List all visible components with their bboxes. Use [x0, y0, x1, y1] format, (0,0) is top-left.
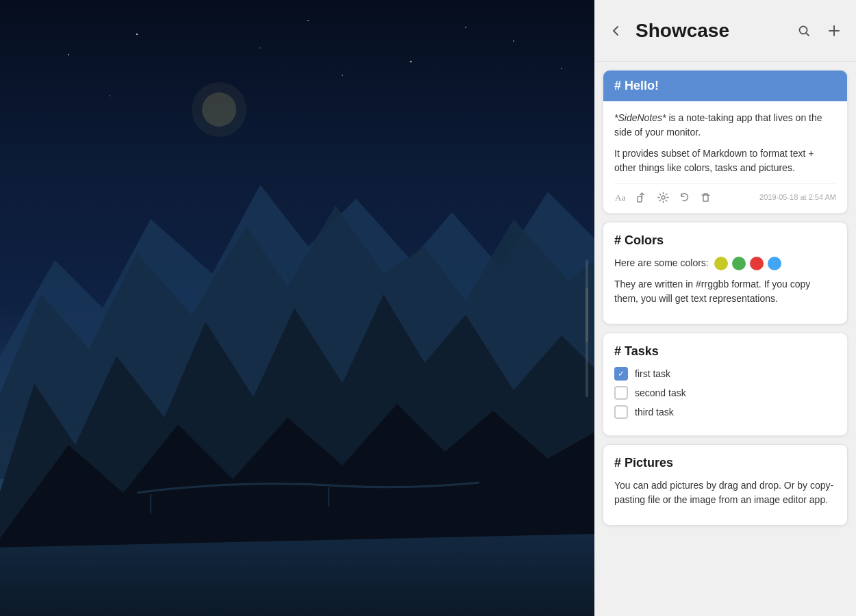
task-item-1: ✓ first task [614, 367, 836, 381]
task-label-2: second task [635, 387, 686, 398]
hello-note-heading: # Hello! [614, 79, 836, 93]
color-dots [714, 257, 781, 270]
hello-note-timestamp: 2019-05-18 at 2:54 AM [759, 193, 836, 201]
hello-note-footer: Aa [614, 183, 836, 203]
svg-point-11 [561, 68, 562, 69]
svg-point-7 [513, 40, 514, 42]
task-checkbox-1[interactable]: ✓ [614, 367, 628, 381]
svg-point-2 [192, 82, 247, 137]
task-checkbox-2[interactable] [614, 386, 628, 400]
color-dot-blue [768, 257, 781, 270]
color-dot-red [750, 257, 764, 270]
search-button[interactable] [793, 20, 815, 42]
task-item-3: third task [614, 405, 836, 419]
hello-note-line1: *SideNotes* is a note-taking app that li… [614, 111, 836, 140]
hello-note-actions: Aa [614, 191, 712, 203]
undo-icon[interactable] [679, 192, 690, 203]
colors-note-heading: # Colors [614, 233, 836, 248]
color-dot-green [732, 257, 746, 270]
font-size-icon[interactable]: Aa [614, 191, 627, 203]
add-note-button[interactable] [823, 20, 845, 42]
hello-note-line2: It provides subset of Markdown to format… [614, 146, 836, 175]
sidebar-panel: Showcase # Hello! *SideNotes* is a note-… [594, 0, 856, 616]
note-colors: # Colors Here are some colors: They are … [603, 222, 848, 324]
task-label-3: third task [635, 407, 674, 418]
share-icon[interactable] [636, 192, 648, 203]
colors-note-line2: They are written in #rrggbb format. If y… [614, 277, 836, 306]
page-title: Showcase [635, 20, 785, 42]
svg-point-12 [260, 47, 260, 48]
task-label-1: first task [635, 368, 670, 379]
settings-icon[interactable] [657, 192, 669, 203]
svg-rect-14 [586, 287, 588, 342]
hello-note-header: # Hello! [603, 70, 847, 101]
note-tasks: # Tasks ✓ first task second task third t… [603, 333, 848, 436]
svg-point-6 [410, 61, 412, 63]
svg-point-10 [465, 27, 466, 28]
svg-rect-17 [638, 196, 642, 202]
note-hello: # Hello! *SideNotes* is a note-taking ap… [603, 70, 848, 214]
tasks-note-heading: # Tasks [614, 344, 836, 359]
notes-container: # Hello! *SideNotes* is a note-taking ap… [594, 62, 856, 616]
svg-point-8 [109, 95, 110, 97]
note-pictures: # Pictures You can add pictures by drag … [603, 444, 848, 526]
pictures-note-body: You can add pictures by drag and drop. O… [614, 478, 836, 507]
color-dot-yellow [714, 257, 728, 270]
svg-point-9 [342, 75, 343, 76]
svg-point-18 [662, 196, 665, 199]
task-item-2: second task [614, 386, 836, 400]
svg-point-3 [68, 54, 69, 55]
pictures-note-heading: # Pictures [614, 456, 836, 470]
hello-note-body: *SideNotes* is a note-taking app that li… [603, 101, 847, 213]
colors-note-line1: Here are some colors: [614, 256, 836, 270]
svg-point-4 [136, 34, 138, 35]
trash-icon[interactable] [700, 192, 712, 203]
back-button[interactable] [605, 20, 627, 42]
sidebar-header: Showcase [594, 0, 856, 62]
task-checkbox-3[interactable] [614, 405, 628, 419]
svg-text:Aa: Aa [615, 192, 625, 203]
svg-point-15 [800, 26, 807, 34]
svg-point-5 [307, 20, 309, 21]
